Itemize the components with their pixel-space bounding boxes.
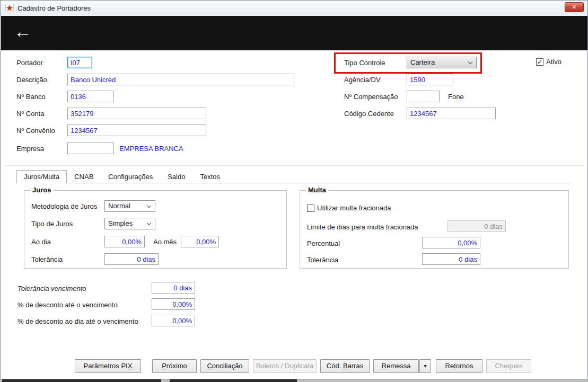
codigo-cedente-input[interactable] xyxy=(407,108,496,119)
ao-mes-label: Ao mês xyxy=(153,238,177,246)
empresa-label: Empresa xyxy=(16,145,44,153)
juros-tolerancia-label: Tolerância xyxy=(31,255,63,264)
tipo-controle-label: Tipo Controle xyxy=(344,59,385,67)
tab-textos[interactable]: Textos xyxy=(192,170,227,183)
chevron-down-icon xyxy=(147,221,151,225)
background-window-fragment xyxy=(0,379,588,382)
tab-cnab[interactable]: CNAB xyxy=(67,170,101,183)
metodologia-juros-value: Normal xyxy=(108,202,130,210)
background-window-fragment xyxy=(2,379,161,382)
ao-dia-label: Ao dia xyxy=(31,238,51,246)
ativo-checkbox[interactable]: ✓ Ativo xyxy=(536,58,561,66)
retornos-button[interactable]: Retornos xyxy=(436,359,482,373)
n-banco-label: Nº Banco xyxy=(16,93,46,101)
descricao-label: Descrição xyxy=(16,76,47,84)
remessa-menu-button[interactable]: ▾ xyxy=(419,359,431,373)
n-conta-label: Nº Conta xyxy=(16,110,44,118)
ao-dia-input[interactable] xyxy=(104,236,145,247)
cheques-button: Cheques xyxy=(486,359,531,373)
chevron-down-icon xyxy=(147,203,151,208)
desconto-ao-dia-label: % de desconto ao dia até o vencimento xyxy=(17,317,138,326)
tabstrip: Juros/Multa CNAB Configurações Saldo Tex… xyxy=(16,170,227,183)
tolerancia-vencimento-label: Tolerância vencimento xyxy=(17,285,86,293)
boletos-duplicata-button: Boletos / Duplicata xyxy=(253,359,317,373)
fone-label: Fone xyxy=(448,93,464,101)
tipo-juros-select[interactable]: Simples xyxy=(104,218,155,229)
titlebar: Cadastro de Portadores ✕ xyxy=(1,1,587,15)
tipo-controle-value: Carteira xyxy=(410,58,435,66)
cadastro-portadores-window: Cadastro de Portadores ✕ ← Portador Desc… xyxy=(0,0,588,379)
ativo-label: Ativo xyxy=(546,58,561,66)
close-icon: ✕ xyxy=(572,4,576,10)
n-banco-input[interactable] xyxy=(67,91,114,102)
tipo-juros-value: Simples xyxy=(108,219,133,227)
n-conta-input[interactable] xyxy=(67,108,206,119)
portador-label: Portador xyxy=(16,59,43,67)
agencia-dv-input[interactable] xyxy=(407,74,453,85)
menu-arrow-icon: ▾ xyxy=(424,363,426,369)
codigo-cedente-label: Código Cedente xyxy=(344,110,394,118)
n-convenio-input[interactable] xyxy=(67,125,206,136)
desconto-ao-dia-input[interactable] xyxy=(152,315,195,326)
descricao-input[interactable] xyxy=(67,74,294,85)
window-title: Cadastro de Portadores xyxy=(17,4,91,12)
limite-dias-label: Limite de dias para multa fracionada xyxy=(307,223,418,232)
agencia-dv-label: Agência/DV xyxy=(344,76,381,84)
back-button[interactable]: ← xyxy=(14,19,32,43)
empresa-name-label: EMPRESA BRANCA xyxy=(119,145,183,153)
tolerancia-vencimento-input[interactable] xyxy=(152,282,195,294)
multa-fracionada-label: Utilizar multa fracionada xyxy=(317,204,391,212)
multa-tolerancia-input[interactable] xyxy=(422,253,480,265)
percentual-label: Percentual xyxy=(307,239,340,248)
tab-saldo[interactable]: Saldo xyxy=(160,170,192,183)
background-window-fragment xyxy=(170,379,297,382)
tab-configuracoes[interactable]: Configurações xyxy=(101,170,160,183)
cod-barras-button[interactable]: Cód. Barras xyxy=(320,359,370,373)
header-separator xyxy=(5,165,584,166)
juros-tolerancia-input[interactable] xyxy=(104,253,159,265)
multa-tolerancia-label: Tolerância xyxy=(307,256,338,264)
multa-group-title: Multa xyxy=(306,186,328,194)
parametros-pix-button[interactable]: Parâmetros PIX xyxy=(75,359,141,373)
arrow-left-icon: ← xyxy=(14,21,32,41)
juros-group-title: Juros xyxy=(30,186,53,194)
portador-input[interactable] xyxy=(67,57,92,68)
multa-fracionada-checkbox[interactable]: Utilizar multa fracionada xyxy=(307,204,391,212)
metodologia-juros-select[interactable]: Normal xyxy=(104,200,155,212)
n-compensacao-input[interactable] xyxy=(407,91,440,102)
empresa-input[interactable] xyxy=(67,143,114,154)
checkbox-unchecked-icon xyxy=(307,205,314,212)
desconto-ate-vencimento-input[interactable] xyxy=(152,298,195,310)
n-convenio-label: Nº Convênio xyxy=(16,127,55,135)
limite-dias-input xyxy=(447,220,506,232)
app-icon xyxy=(5,4,14,12)
n-compensacao-label: Nº Compensação xyxy=(344,93,398,101)
chevron-down-icon xyxy=(468,60,472,64)
metodologia-juros-label: Metodologia de Juros xyxy=(31,202,97,211)
ao-mes-input[interactable] xyxy=(181,236,219,247)
remessa-button[interactable]: Remessa xyxy=(373,359,419,373)
toolbar: ← xyxy=(1,16,587,50)
percentual-input[interactable] xyxy=(422,237,480,248)
tipo-controle-select[interactable]: Carteira xyxy=(407,57,477,68)
proximo-button[interactable]: Próximo xyxy=(152,359,197,373)
desconto-ate-vencimento-label: % de desconto até o vencimento xyxy=(17,301,118,309)
close-button[interactable]: ✕ xyxy=(565,2,584,12)
checkbox-checked-icon: ✓ xyxy=(536,58,543,66)
conciliacao-button[interactable]: Conciliação xyxy=(200,359,249,373)
tipo-juros-label: Tipo de Juros xyxy=(31,220,73,228)
tab-juros-multa[interactable]: Juros/Multa xyxy=(16,170,67,183)
